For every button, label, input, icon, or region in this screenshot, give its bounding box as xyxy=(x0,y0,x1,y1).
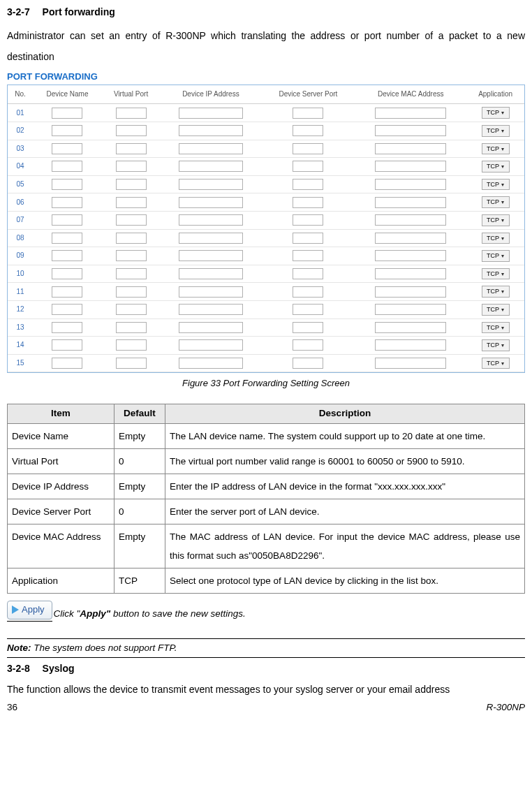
device-name-input[interactable] xyxy=(52,197,82,208)
mac-address-input[interactable] xyxy=(375,268,446,279)
application-select[interactable]: TCP xyxy=(482,268,510,280)
device-ip-input[interactable] xyxy=(179,125,243,136)
apply-button[interactable]: Apply xyxy=(7,601,52,619)
device-name-input[interactable] xyxy=(52,108,82,119)
mac-address-input[interactable] xyxy=(375,125,446,136)
mac-address-input[interactable] xyxy=(375,197,446,208)
application-select[interactable]: TCP xyxy=(482,233,510,244)
server-port-input[interactable] xyxy=(293,233,323,244)
note-line: Note: The system does not support FTP. xyxy=(7,638,525,659)
device-ip-input[interactable] xyxy=(179,108,243,119)
desc-col-description: Description xyxy=(165,404,525,424)
device-ip-input[interactable] xyxy=(179,233,243,244)
server-port-input[interactable] xyxy=(293,143,323,154)
device-name-input[interactable] xyxy=(52,179,82,190)
server-port-input[interactable] xyxy=(293,322,323,333)
device-ip-input[interactable] xyxy=(179,250,243,261)
page-footer: 36 R-300NP xyxy=(7,701,525,714)
device-name-input[interactable] xyxy=(52,304,82,315)
virtual-port-input[interactable] xyxy=(116,143,147,154)
application-select[interactable]: TCP xyxy=(482,286,510,298)
device-ip-input[interactable] xyxy=(179,268,243,279)
section-title-2: Syslog xyxy=(43,663,75,674)
device-name-input[interactable] xyxy=(52,214,82,226)
row-number: 04 xyxy=(8,158,33,176)
device-name-input[interactable] xyxy=(52,250,82,261)
virtual-port-input[interactable] xyxy=(116,108,147,119)
device-name-input[interactable] xyxy=(52,339,82,351)
device-ip-input[interactable] xyxy=(179,143,243,154)
device-ip-input[interactable] xyxy=(179,322,243,333)
device-ip-input[interactable] xyxy=(179,304,243,315)
server-port-input[interactable] xyxy=(293,108,323,119)
application-select[interactable]: TCP xyxy=(482,196,510,208)
application-select[interactable]: TCP xyxy=(482,143,510,155)
application-select[interactable]: TCP xyxy=(482,304,510,316)
virtual-port-input[interactable] xyxy=(116,125,147,136)
device-ip-input[interactable] xyxy=(179,286,243,298)
virtual-port-input[interactable] xyxy=(116,233,147,244)
device-name-input[interactable] xyxy=(52,161,82,172)
mac-address-input[interactable] xyxy=(375,322,446,333)
device-name-input[interactable] xyxy=(52,286,82,298)
mac-address-input[interactable] xyxy=(375,286,446,298)
description-table: Item Default Description Device NameEmpt… xyxy=(7,404,525,594)
virtual-port-input[interactable] xyxy=(116,197,147,208)
device-ip-input[interactable] xyxy=(179,214,243,226)
device-name-input[interactable] xyxy=(52,268,82,279)
row-number: 05 xyxy=(8,175,33,193)
mac-address-input[interactable] xyxy=(375,250,446,261)
device-ip-input[interactable] xyxy=(179,197,243,208)
col-mac: Device MAC Address xyxy=(355,85,466,104)
application-select[interactable]: TCP xyxy=(482,125,510,137)
mac-address-input[interactable] xyxy=(375,179,446,190)
application-select[interactable]: TCP xyxy=(482,250,510,262)
virtual-port-input[interactable] xyxy=(116,286,147,298)
virtual-port-input[interactable] xyxy=(116,161,147,172)
mac-address-input[interactable] xyxy=(375,304,446,315)
server-port-input[interactable] xyxy=(293,339,323,351)
application-select[interactable]: TCP xyxy=(482,214,510,226)
mac-address-input[interactable] xyxy=(375,161,446,172)
server-port-input[interactable] xyxy=(293,358,323,369)
virtual-port-input[interactable] xyxy=(116,304,147,315)
virtual-port-input[interactable] xyxy=(116,322,147,333)
device-name-input[interactable] xyxy=(52,143,82,154)
application-select[interactable]: TCP xyxy=(482,339,510,351)
server-port-input[interactable] xyxy=(293,179,323,190)
device-ip-input[interactable] xyxy=(179,161,243,172)
virtual-port-input[interactable] xyxy=(116,339,147,351)
device-ip-input[interactable] xyxy=(179,179,243,190)
device-name-input[interactable] xyxy=(52,233,82,244)
device-ip-input[interactable] xyxy=(179,358,243,369)
mac-address-input[interactable] xyxy=(375,339,446,351)
mac-address-input[interactable] xyxy=(375,233,446,244)
server-port-input[interactable] xyxy=(293,250,323,261)
mac-address-input[interactable] xyxy=(375,108,446,119)
application-select[interactable]: TCP xyxy=(482,358,510,369)
server-port-input[interactable] xyxy=(293,214,323,226)
application-select[interactable]: TCP xyxy=(482,322,510,334)
server-port-input[interactable] xyxy=(293,286,323,298)
table-row: 07TCP xyxy=(8,211,524,229)
server-port-input[interactable] xyxy=(293,125,323,136)
virtual-port-input[interactable] xyxy=(116,250,147,261)
mac-address-input[interactable] xyxy=(375,143,446,154)
server-port-input[interactable] xyxy=(293,197,323,208)
device-name-input[interactable] xyxy=(52,322,82,333)
virtual-port-input[interactable] xyxy=(116,268,147,279)
device-name-input[interactable] xyxy=(52,125,82,136)
application-select[interactable]: TCP xyxy=(482,179,510,191)
application-select[interactable]: TCP xyxy=(482,161,510,173)
virtual-port-input[interactable] xyxy=(116,358,147,369)
mac-address-input[interactable] xyxy=(375,214,446,226)
virtual-port-input[interactable] xyxy=(116,179,147,190)
server-port-input[interactable] xyxy=(293,304,323,315)
device-ip-input[interactable] xyxy=(179,339,243,351)
server-port-input[interactable] xyxy=(293,161,323,172)
device-name-input[interactable] xyxy=(52,358,82,369)
server-port-input[interactable] xyxy=(293,268,323,279)
application-select[interactable]: TCP xyxy=(482,107,510,119)
virtual-port-input[interactable] xyxy=(116,214,147,226)
mac-address-input[interactable] xyxy=(375,358,446,369)
